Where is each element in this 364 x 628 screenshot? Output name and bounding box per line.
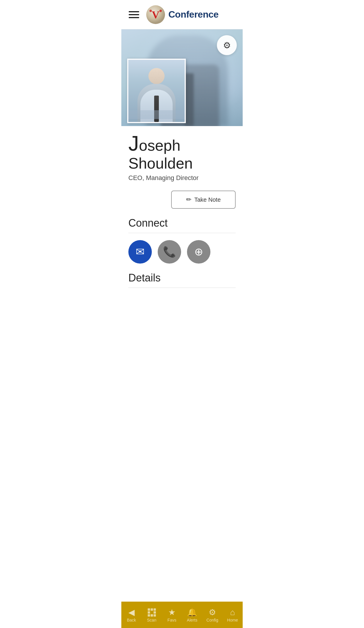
hamburger-line-1 <box>129 11 139 12</box>
details-section: Details <box>128 272 236 288</box>
person-title: CEO, Managing Director <box>128 174 236 182</box>
hamburger-menu-button[interactable] <box>127 10 141 20</box>
svg-point-3 <box>159 10 162 12</box>
gear-icon: ⚙ <box>223 40 231 50</box>
connect-section: Connect ✉ 📞 ⊕ <box>128 217 236 272</box>
settings-button[interactable]: ⚙ <box>217 35 237 55</box>
name-first-letter: J <box>128 132 139 155</box>
hamburger-line-3 <box>129 17 139 18</box>
take-note-button[interactable]: ✏ Take Note <box>171 191 236 209</box>
person-desk <box>128 110 185 119</box>
email-button[interactable]: ✉ <box>128 240 152 264</box>
hamburger-line-2 <box>129 14 139 15</box>
take-note-label: Take Note <box>194 196 221 203</box>
connect-section-title: Connect <box>128 217 236 233</box>
logo-text: Conference <box>168 9 218 20</box>
details-section-title: Details <box>128 272 236 288</box>
email-icon: ✉ <box>136 246 144 258</box>
profile-photo-inner <box>128 60 185 122</box>
hero-bg-tie <box>185 73 194 126</box>
v-logo-icon: V <box>145 4 166 25</box>
person-head <box>149 68 165 84</box>
logo-area: V Conference <box>145 4 218 25</box>
take-note-icon: ✏ <box>186 196 191 203</box>
svg-point-2 <box>149 10 152 12</box>
phone-icon: 📞 <box>163 246 176 258</box>
person-name: Joseph Shoulden <box>128 132 236 172</box>
connect-buttons: ✉ 📞 ⊕ <box>128 233 236 272</box>
hero-section: ⚙ <box>121 29 243 126</box>
main-content: Joseph Shoulden CEO, Managing Director ✏… <box>121 126 243 323</box>
app-header: V Conference <box>121 0 243 29</box>
add-contact-button[interactable]: ⊕ <box>187 240 210 264</box>
svg-text:V: V <box>152 9 159 21</box>
add-icon: ⊕ <box>194 246 203 258</box>
phone-button[interactable]: 📞 <box>158 240 181 264</box>
profile-photo <box>127 59 186 123</box>
